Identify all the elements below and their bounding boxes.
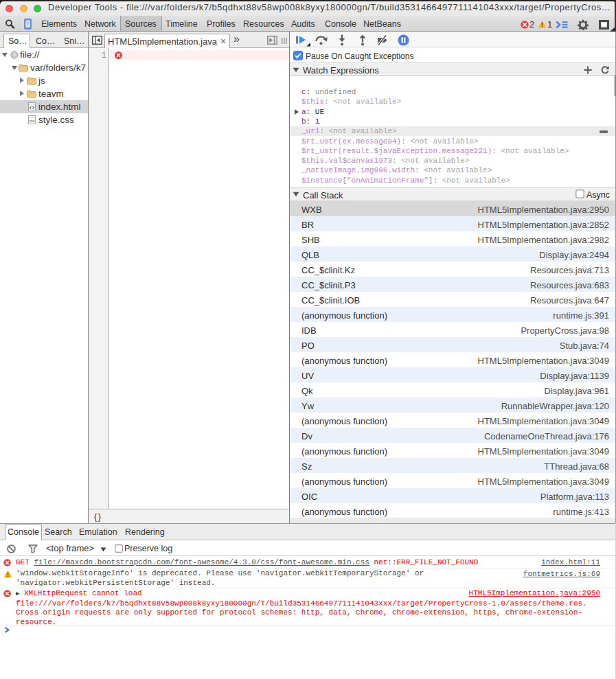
- svg-text:css: css: [30, 119, 35, 123]
